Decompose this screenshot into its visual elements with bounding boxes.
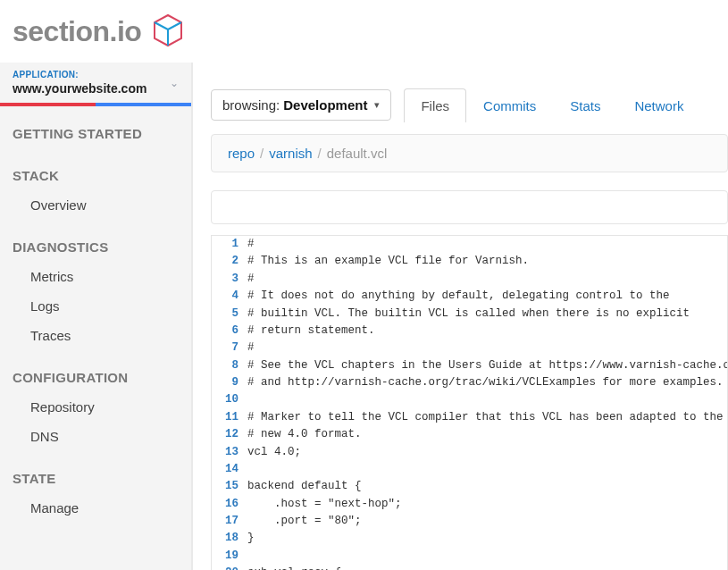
code-line: 5# builtin VCL. The builtin VCL is calle…: [212, 306, 727, 323]
sidebar-section-title: STACK: [0, 161, 191, 190]
code-line: 20sub vcl_recv {: [212, 565, 727, 570]
code-text: #: [247, 339, 255, 356]
breadcrumb-current: default.vcl: [327, 146, 388, 161]
main-content: browsing: Development ▾ FilesCommitsStat…: [193, 63, 728, 570]
sidebar-item-overview[interactable]: Overview: [0, 190, 191, 220]
branch-prefix: browsing:: [222, 97, 280, 113]
code-line: 10: [212, 391, 727, 408]
sidebar-section-title: GETTING STARTED: [0, 119, 191, 148]
tab-files[interactable]: Files: [404, 88, 466, 122]
line-number: 3: [212, 271, 247, 288]
toolbar: browsing: Development ▾ FilesCommitsStat…: [211, 88, 728, 122]
file-header-panel: [211, 190, 728, 224]
tab-stats[interactable]: Stats: [553, 88, 617, 122]
code-text: # It does not do anything by default, de…: [247, 288, 670, 305]
line-number: 7: [212, 339, 247, 356]
branch-name: Development: [283, 97, 367, 113]
code-text: # new 4.0 format.: [247, 426, 362, 443]
code-line: 1#: [212, 236, 727, 253]
line-number: 19: [212, 548, 247, 565]
logo-cube-icon: [150, 13, 186, 51]
sidebar-item-traces[interactable]: Traces: [0, 321, 191, 350]
line-number: 1: [212, 236, 247, 253]
line-number: 15: [212, 478, 247, 495]
sidebar: APPLICATION: www.yourwebsite.com ⌄ GETTI…: [0, 63, 193, 570]
caret-down-icon: ▾: [374, 99, 380, 111]
sidebar-item-dns[interactable]: DNS: [0, 422, 191, 451]
line-number: 10: [212, 391, 247, 408]
code-line: 19: [212, 548, 727, 565]
sidebar-section-title: STATE: [0, 464, 191, 493]
code-text: .host = "next-hop";: [247, 496, 402, 513]
tab-commits[interactable]: Commits: [466, 88, 553, 122]
code-line: 9# and http://varnish-cache.org/trac/wik…: [212, 374, 727, 391]
brand-name: section.io: [13, 15, 141, 48]
code-viewer: 1#2# This is an example VCL file for Var…: [211, 235, 728, 570]
breadcrumb-separator: /: [255, 146, 269, 161]
chevron-down-icon: ⌄: [170, 77, 179, 89]
code-text: # and http://varnish-cache.org/trac/wiki…: [247, 374, 724, 391]
code-line: 8# See the VCL chapters in the Users Gui…: [212, 357, 727, 374]
code-text: #: [247, 236, 255, 253]
app-header: section.io: [0, 0, 728, 63]
code-line: 16 .host = "next-hop";: [212, 496, 727, 513]
code-text: .port = "80";: [247, 513, 362, 530]
code-text: #: [247, 271, 255, 288]
code-line: 13vcl 4.0;: [212, 444, 727, 461]
application-name: www.yourwebsite.com: [13, 81, 146, 96]
code-text: vcl 4.0;: [247, 444, 301, 461]
code-line: 14: [212, 461, 727, 478]
line-number: 8: [212, 357, 247, 374]
line-number: 16: [212, 496, 247, 513]
code-line: 2# This is an example VCL file for Varni…: [212, 253, 727, 270]
breadcrumb-link[interactable]: varnish: [269, 146, 312, 161]
sidebar-section-title: CONFIGURATION: [0, 363, 191, 392]
line-number: 14: [212, 461, 247, 478]
code-line: 11# Marker to tell the VCL compiler that…: [212, 409, 727, 426]
tab-bar: FilesCommitsStatsNetwork: [404, 88, 700, 122]
line-number: 9: [212, 374, 247, 391]
code-text: # See the VCL chapters in the Users Guid…: [247, 357, 728, 374]
code-text: # builtin VCL. The builtin VCL is called…: [247, 306, 690, 323]
breadcrumb-separator: /: [313, 146, 327, 161]
code-line: 6# return statement.: [212, 323, 727, 339]
code-line: 7#: [212, 339, 727, 356]
line-number: 18: [212, 530, 247, 547]
line-number: 20: [212, 565, 247, 570]
sidebar-section-title: DIAGNOSTICS: [0, 232, 191, 262]
tab-network[interactable]: Network: [617, 88, 700, 122]
line-number: 5: [212, 306, 247, 323]
breadcrumb-link[interactable]: repo: [228, 146, 255, 161]
code-text: }: [247, 530, 255, 547]
code-line: 12# new 4.0 format.: [212, 426, 727, 443]
line-number: 17: [212, 513, 247, 530]
branch-select[interactable]: browsing: Development ▾: [211, 89, 391, 121]
code-line: 18}: [212, 530, 727, 547]
sidebar-item-logs[interactable]: Logs: [0, 291, 191, 321]
code-text: # This is an example VCL file for Varnis…: [247, 253, 529, 270]
application-selector[interactable]: APPLICATION: www.yourwebsite.com ⌄: [0, 63, 191, 106]
breadcrumb: repo/varnish/default.vcl: [211, 134, 728, 172]
code-text: sub vcl_recv {: [247, 565, 341, 570]
line-number: 2: [212, 253, 247, 270]
line-number: 6: [212, 323, 247, 339]
brand[interactable]: section.io: [13, 13, 186, 51]
sidebar-item-repository[interactable]: Repository: [0, 392, 191, 422]
line-number: 13: [212, 444, 247, 461]
code-text: # Marker to tell the VCL compiler that t…: [247, 409, 724, 426]
line-number: 12: [212, 426, 247, 443]
code-text: backend default {: [247, 478, 362, 495]
code-line: 15backend default {: [212, 478, 727, 495]
line-number: 4: [212, 288, 247, 305]
code-text: # return statement.: [247, 323, 375, 339]
code-line: 3#: [212, 271, 727, 288]
line-number: 11: [212, 409, 247, 426]
sidebar-item-metrics[interactable]: Metrics: [0, 262, 191, 291]
application-label: APPLICATION:: [13, 70, 146, 80]
sidebar-item-manage[interactable]: Manage: [0, 493, 191, 523]
code-line: 4# It does not do anything by default, d…: [212, 288, 727, 305]
code-line: 17 .port = "80";: [212, 513, 727, 530]
